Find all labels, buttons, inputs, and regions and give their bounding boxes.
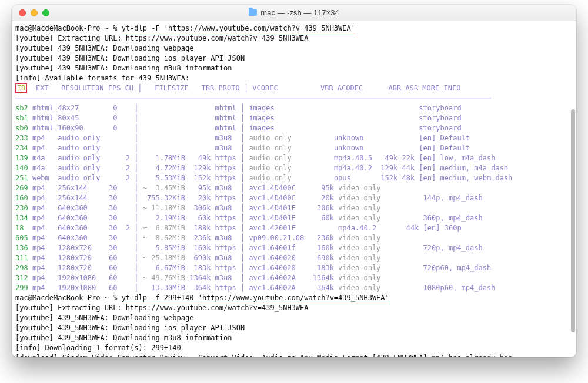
format-row: 298 mp4 1280x720 60 │ 6.67MiB 183k https… — [15, 263, 573, 273]
log-line: [youtube] 439_5NH3WEA: Downloading m3u8 … — [15, 63, 573, 73]
command-text: yt-dlp -F 'https://www.youtube.com/watch… — [122, 24, 355, 33]
format-row: 312 mp4 1920x1080 60 │ ~ 49.76MiB 1364k … — [15, 273, 573, 283]
log-line: [youtube] 439_5NH3WEA: Downloading ios p… — [15, 53, 573, 63]
log-line: [youtube] Extracting URL: https://www.yo… — [15, 303, 573, 313]
format-row: 605 mp4 640x360 30 │ ~ 8.62MiB 236k m3u8… — [15, 233, 573, 243]
format-row: 234 mp4 audio only │ m3u8 │ audio only u… — [15, 143, 573, 153]
format-header: ID EXT RESOLUTION FPS CH │ FILESIZE TBR … — [15, 83, 573, 93]
format-row: 160 mp4 256x144 30 │ 755.32KiB 20k https… — [15, 193, 573, 203]
format-row: 230 mp4 640x360 30 │ ~ 11.18MiB 306k m3u… — [15, 203, 573, 213]
format-row: 139 m4a audio only 2 │ 1.78MiB 49k https… — [15, 153, 573, 163]
folder-icon — [249, 9, 257, 16]
log-line: [download] Cisdem Video Converter Review… — [15, 353, 573, 357]
close-icon[interactable] — [19, 9, 26, 16]
format-row: sb2 mhtml 48x27 0 │ mhtml │ images story… — [15, 103, 573, 113]
log-line: [youtube] 439_5NH3WEA: Downloading ios p… — [15, 323, 573, 333]
prompt-line: mac@MacdeMacBook-Pro ~ % yt-dlp -F 'http… — [15, 23, 573, 33]
format-row: sb1 mhtml 80x45 0 │ mhtml │ images story… — [15, 113, 573, 123]
format-row: 311 mp4 1280x720 60 │ ~ 25.18MiB 690k m3… — [15, 253, 573, 263]
scrollbar-thumb[interactable] — [571, 109, 575, 332]
minimize-icon[interactable] — [31, 9, 38, 16]
format-row: 269 mp4 256x144 30 │ ~ 3.45MiB 95k m3u8 … — [15, 183, 573, 193]
command-text: yt-dlp -f 299+140 'https://www.youtube.c… — [122, 294, 389, 303]
log-line: [info] Available formats for 439_5NH3WEA… — [15, 73, 573, 83]
window-title-text: mac — -zsh — 117×34 — [260, 8, 339, 17]
terminal-window: mac — -zsh — 117×34 mac@MacdeMacBook-Pro… — [12, 5, 576, 357]
format-row: 134 mp4 640x360 30 │ 2.19MiB 60k https │… — [15, 213, 573, 223]
window-title: mac — -zsh — 117×34 — [12, 8, 576, 17]
log-line: [info] Downloading 1 format(s): 299+140 — [15, 343, 573, 353]
format-row: 251 webm audio only 2 │ 5.53MiB 152k htt… — [15, 173, 573, 183]
log-line: [youtube] Extracting URL: https://www.yo… — [15, 33, 573, 43]
format-row: 18 mp4 640x360 30 2 │ ≈ 6.87MiB 188k htt… — [15, 223, 573, 233]
terminal-area[interactable]: mac@MacdeMacBook-Pro ~ % yt-dlp -F 'http… — [12, 21, 576, 357]
log-line: [youtube] 439_5NH3WEA: Downloading webpa… — [15, 313, 573, 323]
format-row: sb0 mhtml 160x90 0 │ mhtml │ images stor… — [15, 123, 573, 133]
log-line: [youtube] 439_5NH3WEA: Downloading webpa… — [15, 43, 573, 53]
window-controls — [12, 9, 49, 16]
separator: ────────────────────────────────────────… — [15, 93, 573, 103]
id-column-highlight: ID — [15, 83, 27, 93]
log-line: [youtube] 439_5NH3WEA: Downloading m3u8 … — [15, 333, 573, 343]
format-row: 299 mp4 1920x1080 60 │ 13.30MiB 364k htt… — [15, 283, 573, 293]
format-row: 233 mp4 audio only │ m3u8 │ audio only u… — [15, 133, 573, 143]
zoom-icon[interactable] — [42, 9, 49, 16]
titlebar: mac — -zsh — 117×34 — [12, 5, 576, 21]
prompt-line: mac@MacdeMacBook-Pro ~ % yt-dlp -f 299+1… — [15, 293, 573, 303]
terminal-output[interactable]: mac@MacdeMacBook-Pro ~ % yt-dlp -F 'http… — [12, 21, 576, 357]
format-row: 136 mp4 1280x720 30 │ 5.85MiB 160k https… — [15, 243, 573, 253]
format-row: 140 m4a audio only 2 │ 4.72MiB 129k http… — [15, 163, 573, 173]
